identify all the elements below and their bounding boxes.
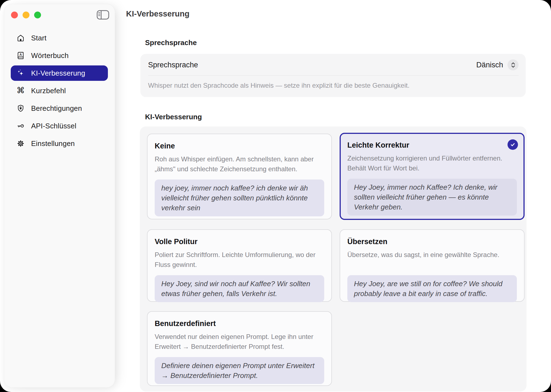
option-example-text: Hey Joey, are we still on for coffee? We… [347,275,517,302]
gear-icon [16,139,25,148]
svg-text:A: A [20,53,22,57]
sidebar-item-label: Berechtigungen [31,104,82,113]
shield-lock-icon [16,104,25,113]
sidebar: Start A Wörterbuch [4,4,115,388]
speech-language-helper-text: Whisper nutzt den Sprachcode als Hinweis… [140,76,526,97]
speech-language-row: Sprechsprache Dänisch [140,54,526,75]
speech-language-row-label: Sprechsprache [148,61,198,69]
sidebar-item-label: Wörterbuch [31,51,69,60]
option-description: Roh aus Whisper einfügen. Am schnellsten… [155,154,324,174]
option-title: Benutzerdefiniert [155,319,324,328]
enhancement-section-label: KI-Verbesserung [145,113,202,121]
sidebar-item-ki-verbesserung[interactable]: KI-Verbesserung [11,65,108,81]
option-title: Leichte Korrektur [347,141,517,150]
page-title: KI-Verbesserung [126,9,189,18]
sidebar-nav: Start A Wörterbuch [11,30,108,153]
sidebar-item-label: Start [31,34,47,42]
enhancement-options-panel: Keine Roh aus Whisper einfügen. Am schne… [140,126,527,391]
book-icon: A [16,51,25,60]
sidebar-item-woerterbuch[interactable]: A Wörterbuch [11,48,108,63]
option-card-uebersetzen[interactable]: Übersetzen Übersetze, was du sagst, in e… [340,229,525,302]
option-title: Keine [155,142,324,150]
sidebar-item-berechtigungen[interactable]: Berechtigungen [11,101,108,116]
option-example-text: Hey Joey, sind wir noch auf Kaffee? Wir … [155,275,324,302]
sidebar-item-start[interactable]: Start [11,30,108,46]
option-description: Verwendet nur deinen eigenen Prompt. Leg… [155,332,324,352]
sparkles-icon [16,69,25,78]
chevron-up-down-icon [508,59,519,70]
minimize-window-button[interactable] [23,12,29,18]
option-example-text: Definiere deinen eigenen Prompt unter Er… [155,357,324,384]
option-description: Übersetze, was du sagst, in eine gewählt… [347,250,517,270]
option-card-benutzerdefiniert[interactable]: Benutzerdefiniert Verwendet nur deinen e… [147,311,332,386]
option-description: Poliert zur Schriftform. Leichte Umformu… [155,250,324,270]
speech-language-select[interactable]: Dänisch [476,59,519,70]
option-card-volle-politur[interactable]: Volle Politur Poliert zur Schriftform. L… [147,229,332,302]
key-icon [16,122,25,130]
option-title: Übersetzen [347,238,517,246]
speech-language-card: Sprechsprache Dänisch Whisper nutzt den … [140,54,526,97]
close-window-button[interactable] [11,12,18,18]
zoom-window-button[interactable] [34,12,41,18]
window-controls [11,12,41,18]
home-icon [16,34,25,42]
sidebar-toggle-icon [97,10,109,21]
option-title: Volle Politur [155,238,324,246]
sidebar-item-label: API-Schlüssel [31,122,76,130]
command-icon: ⌘ [16,86,25,95]
sidebar-item-kurzbefehl[interactable]: ⌘ Kurzbefehl [11,83,108,98]
sidebar-item-label: Einstellungen [31,139,75,148]
toggle-sidebar-button[interactable] [97,10,109,21]
sidebar-item-einstellungen[interactable]: Einstellungen [11,136,108,151]
app-window: Start A Wörterbuch [0,0,551,392]
sidebar-item-label: Kurzbefehl [31,87,66,95]
selected-check-icon [508,139,518,150]
sidebar-item-api-schluessel[interactable]: API-Schlüssel [11,118,108,134]
option-card-keine[interactable]: Keine Roh aus Whisper einfügen. Am schne… [147,134,332,219]
option-example-text: hey joey, immer noch kaffee? ich denke w… [155,180,324,216]
option-description: Zeichensetzung korrigieren und Füllwörte… [347,153,517,173]
sidebar-item-label: KI-Verbesserung [31,69,85,78]
option-example-text: Hey Joey, immer noch Kaffee? Ich denke, … [347,179,517,216]
speech-language-section-label: Sprechsprache [145,38,197,47]
speech-language-value: Dänisch [476,61,503,69]
option-card-leichte-korrektur[interactable]: Leichte Korrektur Zeichensetzung korrigi… [340,133,525,220]
